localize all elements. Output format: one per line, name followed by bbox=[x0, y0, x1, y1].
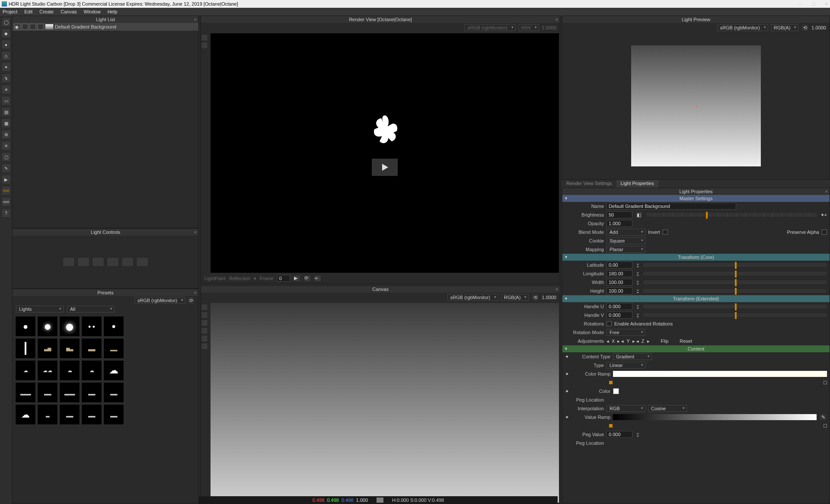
tool-arrow-icon[interactable]: ▶ bbox=[1, 175, 11, 184]
panel-close-icon[interactable]: × bbox=[555, 287, 558, 292]
adj-flip[interactable]: Flip bbox=[661, 338, 669, 344]
tool-pencil-icon[interactable]: ✎ bbox=[1, 163, 11, 173]
panel-close-icon[interactable]: × bbox=[825, 189, 828, 194]
preset-thumb[interactable]: ☁ bbox=[59, 360, 80, 381]
rv-play-icon[interactable]: ▶ bbox=[294, 275, 300, 282]
panel-close-icon[interactable]: × bbox=[194, 230, 197, 235]
interp-curve-dropdown[interactable]: Cosine bbox=[648, 405, 687, 412]
rv-brush-icon[interactable] bbox=[201, 34, 208, 41]
handleu-input[interactable] bbox=[607, 303, 632, 310]
value-ramp[interactable] bbox=[613, 414, 817, 420]
lc-move-icon[interactable] bbox=[63, 257, 75, 267]
ramp-peg[interactable] bbox=[609, 381, 613, 384]
rv-channels-dropdown[interactable]: HSV bbox=[518, 24, 540, 31]
presets-filter-dropdown[interactable]: All bbox=[67, 306, 115, 313]
tool-gear-icon[interactable]: ⚙ bbox=[1, 130, 11, 139]
preset-thumb[interactable]: ▂▂ bbox=[37, 382, 58, 403]
tool-9[interactable]: ▤ bbox=[1, 107, 11, 117]
content-type-dropdown[interactable]: Gradient bbox=[613, 353, 652, 360]
cv-colorspace-dropdown[interactable]: sRGB (rgbMonitor) bbox=[447, 294, 498, 301]
menu-project[interactable]: Project bbox=[3, 9, 17, 14]
vramp-peg[interactable] bbox=[609, 424, 613, 427]
peg-value-input[interactable] bbox=[607, 431, 632, 438]
lp-channels-dropdown[interactable]: RGB(A) bbox=[771, 24, 799, 31]
handlev-slider[interactable] bbox=[643, 313, 827, 318]
mapping-dropdown[interactable]: Planar bbox=[607, 246, 645, 253]
preset-thumb[interactable]: ● bbox=[59, 316, 80, 337]
tool-1[interactable]: ◯ bbox=[1, 17, 11, 27]
cv-pointer-icon[interactable] bbox=[201, 312, 208, 319]
collapse-icon[interactable]: ▼ bbox=[564, 347, 568, 351]
preset-thumb[interactable]: ▂▂ bbox=[59, 404, 80, 425]
presets-category-dropdown[interactable]: Lights bbox=[16, 306, 64, 313]
width-input[interactable] bbox=[607, 279, 632, 286]
preserve-alpha-checkbox[interactable] bbox=[822, 230, 827, 235]
preset-thumb[interactable]: ▂▂ bbox=[103, 338, 124, 359]
toggle-3[interactable] bbox=[30, 24, 36, 30]
preset-thumb[interactable]: ☁ bbox=[15, 404, 36, 425]
render-viewport[interactable] bbox=[211, 33, 559, 273]
preset-thumb[interactable]: ● ● bbox=[81, 316, 102, 337]
tab-light-properties[interactable]: Light Properties bbox=[616, 180, 658, 188]
tool-10[interactable]: ▦ bbox=[1, 118, 11, 128]
preset-thumb[interactable]: ● bbox=[37, 316, 58, 337]
name-input[interactable] bbox=[607, 203, 736, 210]
presets-colorspace-dropdown[interactable]: sRGB (rgbMonitor) bbox=[134, 297, 185, 304]
preset-thumb[interactable]: ● bbox=[15, 316, 36, 337]
brightness-mode-icon[interactable]: ◧ bbox=[635, 211, 643, 219]
frame-input[interactable] bbox=[277, 275, 290, 282]
ramp-peg-end[interactable] bbox=[824, 381, 827, 384]
collapse-icon[interactable]: ▼ bbox=[564, 297, 568, 301]
cv-zoom-icon[interactable] bbox=[201, 327, 208, 334]
rotations-checkbox[interactable] bbox=[607, 321, 612, 326]
lc-scale-icon[interactable] bbox=[77, 257, 89, 267]
handlev-input[interactable] bbox=[607, 312, 632, 319]
rv-mode-lightpaint[interactable]: LightPaint bbox=[204, 276, 226, 281]
color-swatch[interactable] bbox=[613, 388, 619, 394]
presets-refresh-icon[interactable]: ⟳ bbox=[187, 297, 195, 304]
collapse-icon[interactable]: ▼ bbox=[564, 196, 568, 201]
preset-thumb[interactable]: ☁☁ bbox=[37, 360, 58, 381]
tool-2[interactable]: ◆ bbox=[1, 29, 11, 38]
type-dropdown[interactable]: Linear bbox=[607, 362, 645, 369]
width-slider[interactable] bbox=[643, 280, 827, 285]
lp-colorspace-dropdown[interactable]: sRGB (rgbMonitor) bbox=[717, 24, 768, 31]
brightness-slider[interactable] bbox=[645, 212, 818, 217]
preset-thumb[interactable]: ▂▂ bbox=[81, 382, 102, 403]
minimize-button[interactable]: — bbox=[798, 1, 803, 7]
toggle-2[interactable] bbox=[22, 24, 28, 30]
height-spinner[interactable]: ▴▾ bbox=[635, 288, 640, 293]
interp-dropdown[interactable]: RGB bbox=[607, 405, 645, 412]
preset-thumb[interactable] bbox=[15, 338, 36, 359]
adj-z[interactable]: Z bbox=[642, 338, 645, 344]
tool-3[interactable]: ● bbox=[1, 40, 11, 49]
height-slider[interactable] bbox=[643, 288, 827, 293]
panel-close-icon[interactable]: × bbox=[194, 17, 197, 22]
width-spinner[interactable]: ▴▾ bbox=[635, 280, 640, 285]
latitude-input[interactable] bbox=[607, 262, 632, 268]
lc-orbit-icon[interactable] bbox=[107, 257, 119, 267]
tab-render-settings[interactable]: Render View Settings bbox=[562, 180, 616, 188]
cv-grid-icon[interactable] bbox=[201, 304, 208, 311]
invert-checkbox[interactable] bbox=[663, 230, 668, 235]
brightness-input[interactable] bbox=[607, 211, 632, 218]
tool-hdr1-icon[interactable]: HDR bbox=[1, 186, 11, 195]
preset-thumb[interactable]: ▂▂▂ bbox=[15, 382, 36, 403]
menu-help[interactable]: Help bbox=[108, 9, 118, 14]
value-ramp-edit-icon[interactable]: ✎ bbox=[819, 413, 827, 421]
tool-close-icon[interactable]: ✕ bbox=[1, 141, 11, 150]
preset-thumb[interactable]: ☁ bbox=[81, 360, 102, 381]
adj-y[interactable]: Y bbox=[626, 338, 629, 344]
cv-channels-dropdown[interactable]: RGB(A) bbox=[501, 294, 529, 301]
blend-dropdown[interactable]: Add bbox=[607, 229, 645, 236]
light-list-item[interactable]: ◉ Default Gradient Background bbox=[13, 23, 198, 31]
preset-thumb[interactable]: ▂▂ bbox=[81, 404, 102, 425]
lc-swap-icon[interactable] bbox=[136, 257, 148, 267]
preset-thumb[interactable]: ▃▃ bbox=[81, 338, 102, 359]
tool-hdr2-icon[interactable]: HDR bbox=[1, 197, 11, 207]
cookie-dropdown[interactable]: Square bbox=[607, 237, 645, 244]
cv-reset-icon[interactable]: ⟲ bbox=[531, 293, 539, 301]
tool-rect-icon[interactable]: ▢ bbox=[1, 152, 11, 162]
height-input[interactable] bbox=[607, 287, 632, 294]
longitude-input[interactable] bbox=[607, 270, 632, 277]
